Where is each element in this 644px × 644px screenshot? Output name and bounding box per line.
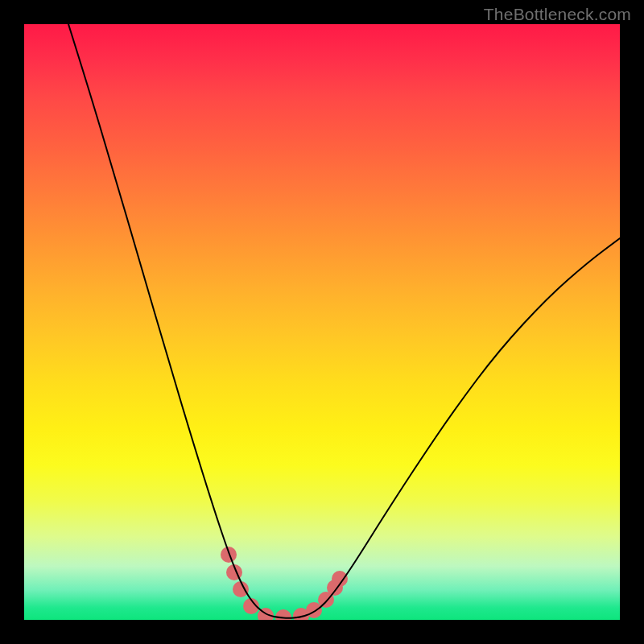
- optimal-marker: [221, 547, 237, 563]
- plot-area: [24, 24, 620, 620]
- optimal-marker-group: [221, 547, 348, 620]
- watermark-text: TheBottleneck.com: [484, 5, 631, 24]
- chart-svg: [24, 24, 620, 620]
- optimal-marker: [233, 581, 249, 597]
- chart-frame: TheBottleneck.com: [0, 0, 644, 644]
- bottleneck-curve: [68, 24, 620, 618]
